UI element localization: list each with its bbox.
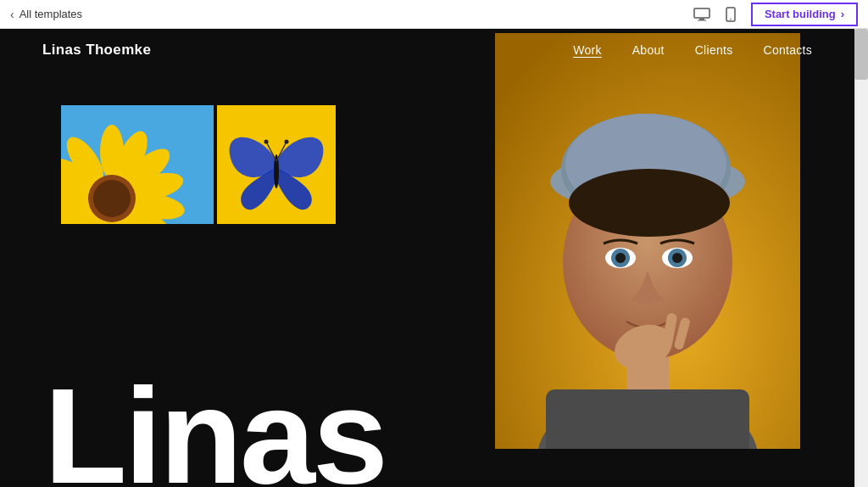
start-building-button[interactable]: Start building › bbox=[751, 3, 858, 26]
nav-link-about[interactable]: About bbox=[632, 43, 665, 57]
desktop-icon[interactable] bbox=[693, 6, 710, 23]
nav-item-work[interactable]: Work bbox=[573, 42, 602, 58]
back-link[interactable]: ‹ All templates bbox=[10, 8, 82, 21]
svg-point-26 bbox=[264, 140, 269, 144]
svg-rect-2 bbox=[698, 20, 706, 20]
topbar: ‹ All templates Start building › bbox=[0, 0, 868, 29]
svg-point-42 bbox=[615, 253, 626, 263]
chevron-left-icon: ‹ bbox=[10, 8, 14, 21]
site-menu: Work About Clients Contacts bbox=[573, 42, 812, 58]
svg-point-23 bbox=[274, 154, 279, 188]
flower-image bbox=[61, 105, 214, 224]
nav-item-contacts[interactable]: Contacts bbox=[764, 42, 813, 58]
nav-item-clients[interactable]: Clients bbox=[695, 42, 733, 58]
svg-point-27 bbox=[285, 140, 289, 144]
nav-item-about[interactable]: About bbox=[632, 42, 665, 58]
svg-point-4 bbox=[730, 18, 732, 20]
topbar-right: Start building › bbox=[693, 3, 858, 26]
start-building-label: Start building bbox=[765, 8, 836, 20]
mobile-icon[interactable] bbox=[722, 6, 739, 23]
site-nav: Linas Thoemke Work About Clients Contact… bbox=[0, 29, 854, 71]
scrollbar-track[interactable] bbox=[854, 29, 868, 487]
svg-rect-1 bbox=[699, 19, 704, 20]
scrollbar-thumb[interactable] bbox=[854, 29, 868, 80]
svg-point-21 bbox=[93, 180, 131, 217]
svg-point-43 bbox=[672, 253, 682, 263]
svg-rect-0 bbox=[694, 8, 709, 18]
nav-link-work[interactable]: Work bbox=[573, 43, 602, 57]
nav-link-contacts[interactable]: Contacts bbox=[764, 43, 813, 57]
nav-link-clients[interactable]: Clients bbox=[695, 43, 733, 57]
big-hero-text: Linas bbox=[44, 368, 386, 487]
preview-area: Linas Thoemke Work About Clients Contact… bbox=[0, 29, 868, 487]
site-logo: Linas Thoemke bbox=[42, 42, 151, 59]
left-images bbox=[61, 105, 336, 224]
svg-rect-31 bbox=[546, 389, 749, 449]
back-label: All templates bbox=[19, 8, 82, 20]
butterfly-image bbox=[217, 105, 336, 224]
chevron-right-icon: › bbox=[841, 8, 844, 20]
right-portrait bbox=[495, 33, 800, 449]
svg-point-37 bbox=[569, 169, 730, 237]
